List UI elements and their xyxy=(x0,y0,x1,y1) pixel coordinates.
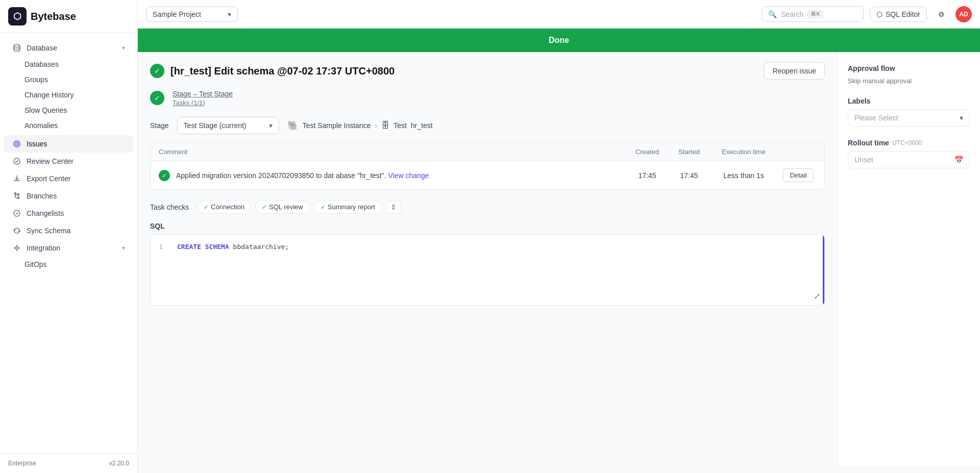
task-table-header: Comment Created Started Execution time xyxy=(151,143,824,161)
comment-prefix: Applied migration version 20240702093850… xyxy=(176,171,388,180)
database-icon xyxy=(12,43,21,53)
breadcrumb-schema: Test xyxy=(394,121,407,130)
chevron-down-icon: ▾ xyxy=(960,114,963,122)
labels-title: Labels xyxy=(848,97,970,105)
table-row: ✓ Applied migration version 202407020938… xyxy=(151,161,824,189)
sql-section: SQL 1 CREATE SCHEMA b xyxy=(150,222,825,306)
row-status-icon: ✓ xyxy=(159,170,170,181)
task-table: Comment Created Started Execution time ✓… xyxy=(150,142,825,190)
line-number: 1 xyxy=(159,243,169,251)
rollout-title-row: Rollout time UTC+0800 xyxy=(848,139,970,147)
expand-button[interactable]: ⤢ xyxy=(814,291,820,301)
col-header-comment: Comment xyxy=(159,148,623,156)
sidebar-item-integration[interactable]: Integration ▾ xyxy=(4,239,133,257)
task-exec-time: Less than 1s xyxy=(713,171,774,180)
view-change-link[interactable]: View change xyxy=(388,171,429,180)
sidebar-item-database[interactable]: Database ▾ xyxy=(4,39,133,57)
stage-link[interactable]: Stage – Test Stage xyxy=(173,90,233,98)
sql-code-identifier: bbdataarchive; xyxy=(233,243,289,251)
search-kbd: ⌘K xyxy=(807,10,823,18)
approval-flow-section: Approval flow Skip manual approval xyxy=(848,64,970,85)
chevron-down-icon: ▾ xyxy=(269,121,273,130)
right-sidebar: Approval flow Skip manual approval Label… xyxy=(837,52,980,466)
sidebar-item-gitops[interactable]: GitOps xyxy=(4,257,133,272)
check-badge-summary-report: ✓ Summary report xyxy=(314,200,382,214)
col-action-cell: Detail xyxy=(780,168,816,182)
rollout-placeholder: Unset xyxy=(854,156,873,164)
sidebar-section-database: Database ▾ Databases Groups Change Histo… xyxy=(0,39,137,133)
main-area: Sample Project ▾ 🔍 Search ⌘K ⬡ SQL Edito… xyxy=(138,0,980,473)
done-banner: Done xyxy=(138,29,980,52)
sidebar-item-sync-label: Sync Schema xyxy=(27,227,70,235)
integration-icon xyxy=(12,243,21,253)
sidebar-item-export-center[interactable]: Export Center xyxy=(4,170,133,187)
reopen-button[interactable]: Reopen issue xyxy=(764,62,825,80)
search-box[interactable]: 🔍 Search ⌘K xyxy=(762,6,864,22)
breadcrumb-separator: › xyxy=(375,121,377,130)
export-icon xyxy=(12,174,21,183)
stage-link-prefix: Stage xyxy=(173,90,191,98)
sql-border-accent xyxy=(823,235,824,305)
stage-dropdown-value: Test Stage (current) xyxy=(184,121,247,130)
breadcrumb-instance: Test Sample Instance xyxy=(303,121,371,130)
stage-link-row: Stage – Test Stage xyxy=(173,90,825,98)
stage-dropdown[interactable]: Test Stage (current) ▾ xyxy=(177,117,279,134)
sidebar-nav: Database ▾ Databases Groups Change Histo… xyxy=(0,33,137,453)
tasks-link[interactable]: Tasks (1/1) xyxy=(173,99,825,107)
sidebar-item-anomalies[interactable]: Anomalies xyxy=(4,118,133,133)
task-created-time: 17:45 xyxy=(629,171,665,180)
database-icon: 🗄 xyxy=(381,121,389,130)
sidebar-item-review-center[interactable]: Review Center xyxy=(4,153,133,170)
sidebar-item-change-history[interactable]: Change History xyxy=(4,87,133,103)
sidebar-item-changelists[interactable]: Changelists xyxy=(4,205,133,222)
sidebar-item-issues[interactable]: Issues xyxy=(4,135,133,153)
issue-title: [hr_test] Edit schema @07-02 17:37 UTC+0… xyxy=(170,65,757,77)
project-selector[interactable]: Sample Project ▾ xyxy=(146,7,238,22)
sql-keyword-create: CREATE xyxy=(177,243,201,251)
settings-button[interactable]: ⚙ xyxy=(933,6,949,22)
sidebar-item-issues-label: Issues xyxy=(27,140,47,148)
user-avatar[interactable]: AD xyxy=(955,6,972,22)
stage-row: ✓ Stage – Test Stage Tasks (1/1) xyxy=(150,90,825,107)
sql-editor-button[interactable]: ⬡ SQL Editor xyxy=(870,7,927,22)
sidebar-item-integration-label: Integration xyxy=(27,244,60,252)
breadcrumb: 🐘 Test Sample Instance › 🗄 Test hr_test xyxy=(287,120,433,131)
check-icon: ✓ xyxy=(321,204,326,211)
issue-main: ✓ [hr_test] Edit schema @07-02 17:37 UTC… xyxy=(138,52,837,466)
rollout-time-section: Rollout time UTC+0800 Unset 📅 xyxy=(848,139,970,168)
chevron-down-icon: ▾ xyxy=(122,244,125,252)
sidebar-item-groups[interactable]: Groups xyxy=(4,72,133,87)
issue-status-icon: ✓ xyxy=(150,64,164,78)
rollout-input[interactable]: Unset 📅 xyxy=(848,151,970,168)
sidebar-item-export-label: Export Center xyxy=(27,175,70,183)
sql-editor-content: 1 CREATE SCHEMA bbdataarchive; xyxy=(151,235,824,259)
col-header-exec: Execution time xyxy=(713,148,774,156)
svg-point-5 xyxy=(18,197,19,199)
svg-point-0 xyxy=(14,45,20,47)
sidebar-footer: Enterprise v2.20.0 xyxy=(0,453,137,473)
sidebar-item-changelists-label: Changelists xyxy=(27,209,64,217)
sidebar-item-branches-label: Branches xyxy=(27,192,57,200)
sidebar: ⬡ Bytebase Database ▾ Databases Groups C… xyxy=(0,0,138,473)
skip-approval-link[interactable]: Skip manual approval xyxy=(848,77,912,85)
labels-select[interactable]: Please Select ▾ xyxy=(848,109,970,127)
sidebar-item-sync-schema[interactable]: Sync Schema xyxy=(4,222,133,239)
task-checks-expand-button[interactable]: ⇕ xyxy=(386,201,401,214)
task-checks-row: Task checks ✓ Connection ✓ SQL review ✓ … xyxy=(150,200,825,214)
sidebar-item-branches[interactable]: Branches xyxy=(4,187,133,205)
detail-button[interactable]: Detail xyxy=(783,168,813,182)
task-started-time: 17:45 xyxy=(671,171,707,180)
check-badge-summary-label: Summary report xyxy=(328,203,375,211)
sidebar-item-review-label: Review Center xyxy=(27,157,74,165)
sidebar-item-slow-queries[interactable]: Slow Queries xyxy=(4,103,133,118)
sidebar-item-databases[interactable]: Databases xyxy=(4,57,133,72)
labels-section: Labels Please Select ▾ xyxy=(848,97,970,127)
version-label: v2.20.0 xyxy=(109,460,129,467)
labels-placeholder: Please Select xyxy=(854,114,898,122)
check-badge-sql-review: ✓ SQL review xyxy=(255,200,310,214)
check-badge-sql-review-label: SQL review xyxy=(269,203,303,211)
check-badge-connection-label: Connection xyxy=(211,203,244,211)
stage-info: Stage – Test Stage Tasks (1/1) xyxy=(173,90,825,107)
done-banner-text: Done xyxy=(549,36,569,44)
avatar-initials: AD xyxy=(959,11,968,18)
